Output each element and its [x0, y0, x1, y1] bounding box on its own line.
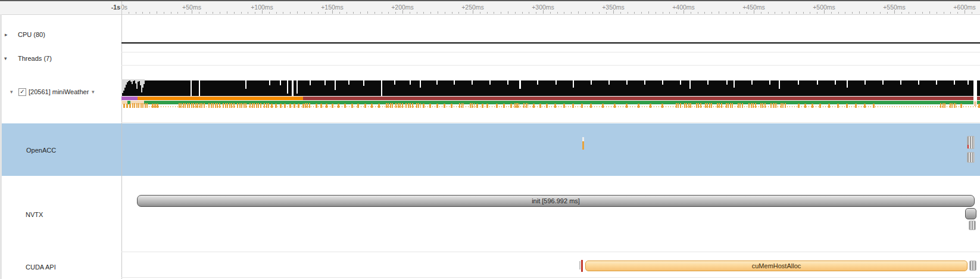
openacc-events-cluster-icon[interactable]: [967, 152, 975, 163]
ruler-tick: [789, 11, 789, 14]
thread-state-segment[interactable]: [138, 97, 303, 100]
ruler-tick: [564, 12, 564, 14]
cuda-api-range-cumemhostalloc[interactable]: cuMemHostAlloc: [585, 261, 967, 271]
collapse-arrow-threads-icon[interactable]: ▾: [4, 55, 7, 61]
ruler-tick: [353, 12, 354, 14]
nvtx-small-range[interactable]: [965, 208, 976, 219]
ruler-tick: [950, 12, 951, 14]
process-options-caret-icon[interactable]: ▾: [92, 89, 95, 95]
openacc-row-highlight[interactable]: [0, 123, 980, 176]
ruler-tick: [367, 11, 368, 14]
marker-tick: [429, 104, 431, 108]
nvtx-range-init[interactable]: init [596.992 ms]: [137, 195, 975, 207]
histogram-gap: [245, 80, 246, 89]
ruler-tick: [585, 12, 586, 14]
sidebar-row-threads[interactable]: Threads (7): [18, 55, 52, 62]
thread-state-segment[interactable]: [303, 97, 980, 100]
ruler-tick: [374, 12, 375, 14]
marker-cluster: [726, 103, 734, 108]
marker-tick: [436, 104, 438, 108]
ruler-tick: [578, 11, 579, 14]
process-checkbox[interactable]: ✓: [18, 88, 26, 96]
ruler-tick: [620, 12, 621, 14]
ruler-tick: [592, 12, 593, 14]
ruler-tick: [473, 10, 473, 14]
ruler-tick: [754, 10, 754, 14]
ruler-tick: [136, 12, 136, 14]
ruler-tick: [957, 12, 958, 14]
openacc-events-cluster-icon[interactable]: [967, 136, 975, 149]
marker-cluster: [223, 103, 235, 108]
ruler-tick: [691, 12, 691, 14]
ruler-tick: [761, 12, 761, 14]
ruler-tick: [894, 10, 895, 14]
row-separator: [121, 122, 980, 123]
ruler-tick: [663, 12, 663, 14]
ruler-tick: [269, 12, 270, 14]
histogram-gap: [644, 80, 645, 85]
nsight-systems-timeline-view: -1s 0s +50ms+100ms+150ms+200ms+250ms+300…: [0, 0, 980, 279]
timeline-ruler[interactable]: -1s 0s +50ms+100ms+150ms+200ms+250ms+300…: [0, 1, 980, 15]
ruler-tick: [782, 12, 782, 14]
sidebar-row-nvtx[interactable]: NVTX: [26, 211, 43, 218]
cuda-api-gray-tick[interactable]: [579, 261, 580, 269]
nvtx-ranges-cluster-icon[interactable]: [969, 221, 976, 230]
ruler-tick: [199, 12, 199, 14]
histogram-gap: [537, 80, 538, 85]
marker-cluster: [705, 103, 713, 108]
ruler-tick: [171, 12, 171, 14]
ruler-tick: [937, 12, 937, 14]
histogram-gap: [882, 80, 884, 85]
sidebar-row-cpu[interactable]: CPU (80): [18, 31, 45, 38]
marker-tick: [378, 104, 380, 108]
ruler-tick: [656, 12, 656, 14]
marker-tick: [364, 104, 366, 108]
cuda-api-red-tick[interactable]: [581, 260, 583, 272]
histogram-gap: [936, 80, 937, 85]
ruler-tick: [803, 12, 804, 14]
histogram-gap: [199, 80, 200, 96]
thread-state-segment[interactable]: [121, 97, 138, 100]
collapse-arrow-process-icon[interactable]: ▾: [10, 89, 13, 95]
sidebar-row-cuda-api[interactable]: CUDA API: [26, 264, 56, 271]
marker-tick: [126, 104, 128, 108]
marker-tick: [152, 104, 154, 108]
ruler-tick: [909, 12, 909, 14]
ruler-tick: [129, 12, 129, 14]
marker-cluster: [738, 103, 743, 108]
ruler-tick: [297, 11, 298, 14]
ruler-label-minus-1s: -1s: [111, 4, 120, 11]
ruler-tick: [824, 10, 825, 14]
histogram-gap: [573, 80, 574, 88]
marker-tick: [351, 104, 353, 108]
marker-tick: [828, 104, 830, 108]
ruler-tick: [347, 12, 347, 14]
ruler-tick: [487, 12, 488, 14]
ruler-tick: [796, 12, 797, 14]
sidebar-row-openacc[interactable]: OpenACC: [26, 147, 56, 154]
ruler-tick: [360, 12, 361, 14]
ruler-tick: [901, 12, 902, 14]
histogram-gap: [751, 80, 753, 85]
ruler-tick: [445, 12, 445, 14]
ruler-tick: [536, 12, 536, 14]
expand-arrow-cpu-icon[interactable]: ▸: [5, 32, 8, 38]
marker-tick: [423, 104, 425, 108]
histogram-gap: [707, 80, 709, 85]
marker-cluster: [940, 103, 945, 108]
ruler-tick: [438, 11, 438, 14]
ruler-tick: [402, 10, 403, 14]
cuda-api-cluster-icon[interactable]: [969, 261, 976, 271]
ruler-tick: [522, 12, 523, 14]
marker-cluster: [770, 103, 777, 108]
sidebar-row-process[interactable]: [20561] miniWeather: [29, 88, 89, 95]
ruler-tick: [466, 12, 466, 14]
marker-tick: [284, 104, 286, 108]
ruler-tick: [726, 12, 726, 14]
openacc-event-tick[interactable]: [582, 141, 584, 150]
ruler-tick: [177, 12, 178, 14]
ruler-tick: [972, 12, 972, 14]
openacc-event-top-tick[interactable]: [582, 137, 584, 141]
marker-tick: [371, 104, 373, 108]
marker-cluster: [459, 103, 464, 108]
